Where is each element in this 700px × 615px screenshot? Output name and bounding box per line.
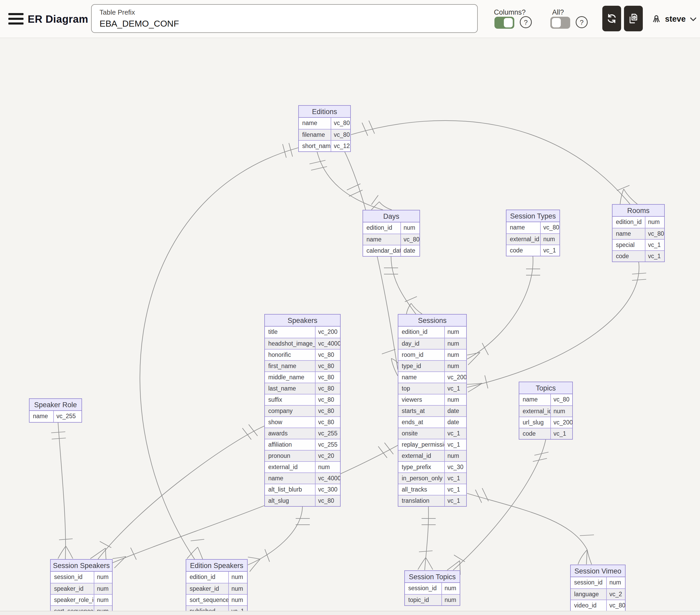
entity-column-row: companyvc_80 xyxy=(265,405,340,417)
entity-table-rooms[interactable]: Roomsedition_idnumnamevc_80specialvc_1co… xyxy=(612,204,665,262)
column-type: vc_12 xyxy=(331,141,350,151)
entity-column-row: alt_slugvc_80 xyxy=(265,495,340,506)
entity-column-row: session_idnum xyxy=(571,577,625,588)
entity-table-sessions[interactable]: Sessionsedition_idnumday_idnumroom_idnum… xyxy=(398,314,467,507)
entity-table-session-speakers[interactable]: Session Speakerssession_idnumspeaker_idn… xyxy=(50,559,113,615)
entity-title: Session Types xyxy=(507,210,560,222)
entity-table-edition-speakers[interactable]: Edition Speakersedition_idnumspeaker_idn… xyxy=(186,559,248,615)
column-name: short_name xyxy=(299,141,331,151)
entity-column-row: room_idnum xyxy=(398,349,466,360)
entity-column-row: topvc_1 xyxy=(398,383,466,394)
table-prefix-input[interactable] xyxy=(100,18,470,29)
column-name: alt_slug xyxy=(265,496,315,506)
column-name: name xyxy=(265,473,315,484)
entity-table-session-types[interactable]: Session Typesnamevc_80external_idnumcode… xyxy=(506,209,560,256)
column-name: session_id xyxy=(51,572,94,583)
column-name: speaker_id xyxy=(51,584,94,594)
entity-title: Speaker Role xyxy=(29,399,82,411)
column-type: vc_1 xyxy=(444,484,466,495)
entity-column-row: edition_idnum xyxy=(363,222,420,234)
entity-column-row: pronounvc_20 xyxy=(265,450,340,461)
entity-column-row: suffixvc_80 xyxy=(265,394,340,405)
column-name: name xyxy=(363,234,400,245)
column-type: vc_80 xyxy=(315,372,340,383)
refresh-button[interactable] xyxy=(602,6,621,31)
all-help-icon[interactable]: ? xyxy=(576,16,588,28)
column-name: external_id xyxy=(507,234,540,245)
column-type: vc_1 xyxy=(550,428,572,439)
column-name: middle_name xyxy=(265,372,315,383)
column-name: session_id xyxy=(571,577,606,588)
column-type: num xyxy=(550,406,572,417)
column-type: vc_1 xyxy=(645,251,664,261)
column-type: vc_80 xyxy=(315,383,340,394)
column-name: headshot_image_url xyxy=(265,338,315,349)
column-name: honorific xyxy=(265,349,315,360)
entity-column-row: url_slugvc_200 xyxy=(519,417,572,428)
entity-table-days[interactable]: Daysedition_idnumnamevc_80calendar_dated… xyxy=(363,210,420,257)
column-name: type_id xyxy=(398,361,444,371)
column-name: code xyxy=(507,245,540,256)
column-type: num xyxy=(228,584,247,594)
entity-column-row: namevc_4000 xyxy=(265,473,340,484)
column-type: vc_80 xyxy=(315,417,340,427)
column-name: url_slug xyxy=(519,417,550,428)
entity-column-row: ends_atdate xyxy=(398,417,466,427)
column-type: vc_1 xyxy=(540,245,560,256)
entity-title: Session Speakers xyxy=(51,560,112,572)
columns-toggle-label: Columns? xyxy=(494,8,526,16)
entity-table-session-vimeo[interactable]: Session Vimeosession_idnumlanguagevc_2vi… xyxy=(570,565,626,611)
column-name: first_name xyxy=(265,361,315,371)
entity-title: Session Topics xyxy=(405,571,460,583)
entity-column-row: namevc_80 xyxy=(507,222,560,233)
column-type: vc_1 xyxy=(444,496,466,506)
column-name: external_id xyxy=(398,450,444,461)
columns-help-icon[interactable]: ? xyxy=(520,16,532,28)
column-type: vc_1 xyxy=(444,428,466,439)
column-name: name xyxy=(507,222,540,233)
column-type: num xyxy=(94,572,112,583)
entity-table-speaker-role[interactable]: Speaker Rolenamevc_255 xyxy=(29,398,82,423)
column-type: vc_80 xyxy=(315,496,340,506)
column-type: vc_80 xyxy=(315,406,340,417)
entity-column-row: session_idnum xyxy=(51,572,112,583)
diagram-canvas[interactable]: Editionsnamevc_80filenamevc_80short_name… xyxy=(0,39,700,611)
copy-icon xyxy=(628,13,639,24)
entity-table-session-topics[interactable]: Session Topicssession_idnumtopic_idnum xyxy=(404,571,460,606)
column-name: calendar_date xyxy=(363,245,400,256)
column-type: num xyxy=(441,583,460,594)
column-name: type_prefix xyxy=(398,462,444,473)
copy-button[interactable] xyxy=(624,6,643,31)
table-prefix-field[interactable]: Table Prefix xyxy=(91,4,478,33)
all-toggle[interactable] xyxy=(550,17,570,29)
column-type: vc_2 xyxy=(606,589,625,600)
user-menu[interactable]: steve xyxy=(651,0,698,38)
column-name: sort_sequence xyxy=(186,595,228,605)
column-name: day_id xyxy=(398,338,444,349)
columns-toggle[interactable] xyxy=(495,17,514,29)
column-type: vc_4000 xyxy=(315,338,340,349)
entity-column-row: namevc_80 xyxy=(612,228,664,239)
entity-table-editions[interactable]: Editionsnamevc_80filenamevc_80short_name… xyxy=(298,105,351,152)
column-type: num xyxy=(645,217,664,228)
column-type: vc_255 xyxy=(53,411,82,422)
entity-title: Sessions xyxy=(398,315,466,326)
column-type: num xyxy=(444,394,466,405)
column-type: num xyxy=(441,595,460,605)
column-name: alt_list_blurb xyxy=(265,484,315,495)
column-name: session_id xyxy=(405,583,441,594)
column-type: num xyxy=(94,584,112,594)
column-name: edition_id xyxy=(398,326,444,338)
entity-table-topics[interactable]: Topicsnamevc_80external_idnumurl_slugvc_… xyxy=(519,382,573,439)
entity-column-row: external_idnum xyxy=(398,450,466,461)
entity-column-row: translationvc_1 xyxy=(398,495,466,506)
entity-column-row: namevc_200 xyxy=(398,371,466,383)
column-type: vc_1 xyxy=(645,240,664,250)
entity-title: Topics xyxy=(519,382,572,394)
column-type: vc_80 xyxy=(400,234,420,245)
entity-column-row: speaker_role_idnum xyxy=(51,594,112,605)
menu-icon[interactable] xyxy=(8,13,24,25)
entity-title: Edition Speakers xyxy=(186,560,247,572)
entity-table-speakers[interactable]: Speakerstitlevc_200headshot_image_urlvc_… xyxy=(264,314,341,507)
entity-column-row: video_idvc_80 xyxy=(571,600,625,611)
